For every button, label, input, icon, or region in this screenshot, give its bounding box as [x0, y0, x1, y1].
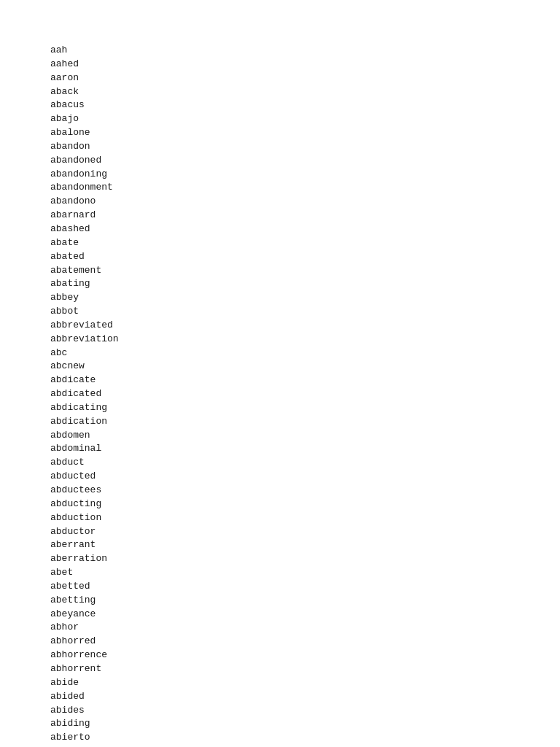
list-item: abbreviation — [50, 333, 560, 347]
list-item: abandoned — [50, 154, 560, 168]
list-item: abdominal — [50, 442, 560, 456]
list-item: abandonment — [50, 181, 560, 195]
word-list: aahaahedaaronabackabacusabajoabaloneaban… — [0, 0, 560, 747]
list-item: abducted — [50, 470, 560, 484]
list-item: aberrant — [50, 538, 560, 552]
list-item: abandon — [50, 140, 560, 154]
list-item: abetted — [50, 580, 560, 594]
list-item: aback — [50, 85, 560, 99]
list-item: abide — [50, 676, 560, 690]
list-item: abdomen — [50, 429, 560, 443]
list-item: abducting — [50, 498, 560, 511]
list-item: abierto — [50, 731, 560, 745]
list-item: aah — [50, 44, 560, 58]
list-item: abides — [50, 704, 560, 718]
list-item: abductees — [50, 484, 560, 498]
list-item: abhorrent — [50, 662, 560, 676]
list-item: abashed — [50, 222, 560, 236]
list-item: abhorred — [50, 635, 560, 649]
list-item: abc — [50, 347, 560, 360]
list-item: abajo — [50, 112, 560, 126]
list-item: abbreviated — [50, 319, 560, 333]
list-item: abbot — [50, 305, 560, 319]
list-item: abbey — [50, 291, 560, 305]
list-item: abhorrence — [50, 649, 560, 662]
list-item: abalone — [50, 126, 560, 140]
list-item: abductor — [50, 525, 560, 539]
list-item: abiding — [50, 717, 560, 731]
list-item: aberration — [50, 552, 560, 566]
list-item: abdicated — [50, 387, 560, 401]
list-item: abdicating — [50, 401, 560, 415]
list-item: aahed — [50, 58, 560, 71]
list-item: abandoning — [50, 168, 560, 182]
list-item: abating — [50, 277, 560, 291]
list-item: abate — [50, 236, 560, 250]
list-item: aaron — [50, 71, 560, 85]
list-item: abeyance — [50, 608, 560, 622]
list-item: abduction — [50, 511, 560, 525]
list-item: abet — [50, 566, 560, 580]
list-item: abarnard — [50, 209, 560, 222]
list-item: abduct — [50, 456, 560, 470]
list-item: abided — [50, 690, 560, 704]
list-item: abatement — [50, 264, 560, 278]
list-item: abdication — [50, 415, 560, 429]
list-item: abetting — [50, 594, 560, 608]
list-item: abandono — [50, 195, 560, 209]
list-item: abated — [50, 250, 560, 264]
list-item: abdicate — [50, 374, 560, 387]
list-item: abacus — [50, 98, 560, 112]
list-item: abcnew — [50, 360, 560, 374]
list-item: abhor — [50, 621, 560, 635]
